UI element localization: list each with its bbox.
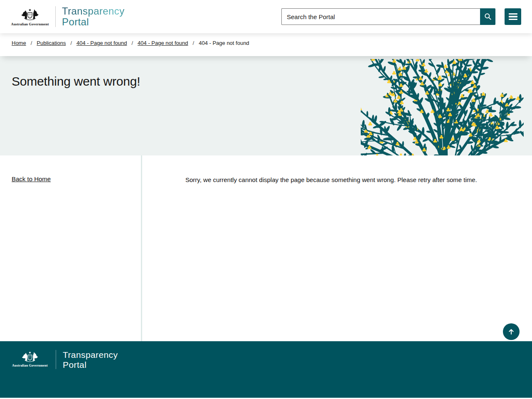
footer-site-title-line1: Transparency [63,350,118,360]
footer-government-logo[interactable]: Australian Government [11,350,49,367]
breadcrumb-link-home[interactable]: Home [12,40,26,46]
hero-banner: Something went wrong! [0,56,532,155]
breadcrumb-separator: / [131,40,133,46]
site-title[interactable]: Transparency Portal [62,6,125,27]
page-title: Something went wrong! [12,74,140,89]
search-button[interactable] [480,8,495,25]
wattle-illustration [361,59,524,155]
menu-button[interactable] [505,8,521,25]
right-column: Sorry, we currently cannot display the p… [142,155,532,341]
back-to-home-link[interactable]: Back to Home [12,175,51,182]
search-icon [484,12,492,21]
header: Australian Government Transparency Porta… [0,0,532,33]
government-logo[interactable]: Australian Government [11,7,49,26]
main-content: Back to Home Sorry, we currently cannot … [0,155,532,341]
top-white-block: Australian Government Transparency Porta… [0,0,532,56]
search-input[interactable] [281,8,480,25]
breadcrumb-link-404-2[interactable]: 404 - Page not found [138,40,188,46]
error-message: Sorry, we currently cannot display the p… [185,175,515,185]
left-column: Back to Home [0,155,141,341]
footer-government-logo-label: Australian Government [12,364,48,367]
breadcrumb: Home / Publications / 404 - Page not fou… [0,33,532,56]
search-group [281,8,521,25]
breadcrumb-current: 404 - Page not found [199,40,249,46]
site-title-line1: Transparency [62,6,125,17]
arrow-up-icon [507,328,515,336]
scroll-to-top-button[interactable] [503,323,520,340]
breadcrumb-separator: / [70,40,72,46]
breadcrumb-link-404-1[interactable]: 404 - Page not found [76,40,127,46]
footer-site-title[interactable]: Transparency Portal [63,350,118,370]
breadcrumb-separator: / [193,40,195,46]
coat-of-arms-icon [20,350,40,363]
menu-icon [509,13,517,20]
footer-site-title-line2: Portal [63,360,118,370]
site-title-line2: Portal [62,17,125,27]
footer-logo-divider [56,350,56,369]
footer: Australian Government Transparency Porta… [0,341,532,398]
coat-of-arms-icon [19,7,41,21]
breadcrumb-link-publications[interactable]: Publications [37,40,66,46]
logo-divider [55,6,56,27]
breadcrumb-separator: / [31,40,32,46]
government-logo-label: Australian Government [11,22,49,26]
